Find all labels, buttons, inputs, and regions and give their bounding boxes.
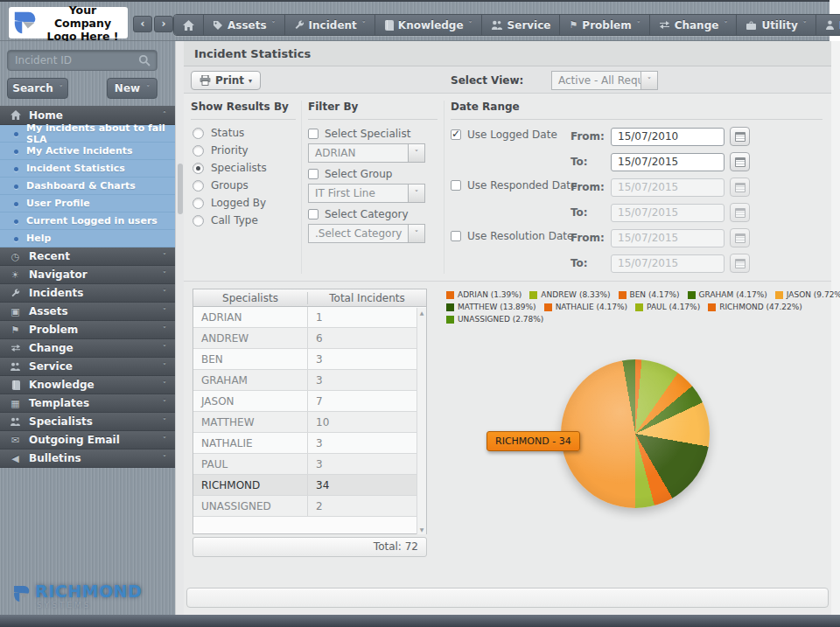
nav-change[interactable]: Change ˅ <box>650 15 738 35</box>
sidebar-item-dashboard-charts[interactable]: Dashboard & Charts <box>0 178 175 195</box>
logged-to-input[interactable] <box>611 153 724 171</box>
table-row-richmond-selected[interactable]: RICHMOND34 <box>193 475 426 496</box>
new-button[interactable]: New ˅ <box>107 78 158 99</box>
scroll-up-icon[interactable]: ▲ <box>417 310 426 316</box>
radio-call-type[interactable]: Call Type <box>192 214 258 226</box>
print-button[interactable]: Print ▾ <box>191 71 261 90</box>
logged-from-input[interactable] <box>611 128 724 146</box>
select-specialist-checkbox[interactable]: Select Specialist <box>308 128 410 140</box>
group-dropdown[interactable]: IT First Line˅ <box>308 184 425 203</box>
company-logo: Your Company Logo Here ! <box>9 7 128 38</box>
search-button[interactable]: Search ˅ <box>7 78 68 99</box>
radio-status[interactable]: Status <box>192 127 244 139</box>
calendar-button[interactable] <box>730 152 750 171</box>
radio-priority[interactable]: Priority <box>192 144 248 157</box>
calendar-button[interactable] <box>730 254 750 273</box>
sidebar-section-specialists[interactable]: Specialists ˅ <box>0 413 175 431</box>
sidebar-scrollbar-thumb[interactable] <box>178 164 183 214</box>
sidebar-section-bulletins[interactable]: ◀ Bulletins ˅ <box>0 449 175 468</box>
specialist-dropdown[interactable]: ADRIAN˅ <box>308 143 425 163</box>
table-row[interactable]: MATTHEW10 <box>193 412 426 433</box>
sidebar-section-recent[interactable]: ◷ Recent ˅ <box>0 247 175 266</box>
nav-knowledge[interactable]: Knowledge ˅ <box>375 15 482 35</box>
people-icon <box>9 417 22 426</box>
calendar-button[interactable] <box>730 127 750 146</box>
radio-logged-by[interactable]: Logged By <box>192 197 266 209</box>
nav-service[interactable]: Service <box>482 15 561 35</box>
use-resolution-date-checkbox[interactable]: Use Resolution Date <box>451 230 573 242</box>
table-row[interactable]: ANDREW6 <box>193 328 426 349</box>
chevron-down-icon: ˅ <box>163 253 166 261</box>
calendar-button[interactable] <box>730 178 750 197</box>
sidebar-section-incidents[interactable]: Incidents ˅ <box>0 284 175 303</box>
table-row[interactable]: GRAHAM3 <box>193 370 426 391</box>
chevron-down-icon: ˅ <box>163 436 166 444</box>
sidebar-section-navigator[interactable]: ☀ Navigator ˅ <box>0 266 175 284</box>
nav-problem[interactable]: ⚑ Problem ˅ <box>560 15 649 35</box>
filter-by-header: Filter By <box>308 101 438 120</box>
table-header-specialists[interactable]: Specialists <box>193 292 308 304</box>
sidebar-section-templates[interactable]: ▦ Templates ˅ <box>0 394 175 413</box>
resolution-to-input[interactable] <box>611 254 724 273</box>
legend-item: GRAHAM (4.17%) <box>688 290 767 299</box>
table-scrollbar[interactable]: ▲ ▼ <box>416 308 426 534</box>
nav-home-button[interactable] <box>174 15 204 35</box>
sidebar-item-user-profile[interactable]: User Profile <box>0 195 175 212</box>
pie-chart[interactable] <box>561 359 710 508</box>
calendar-button[interactable] <box>730 228 750 247</box>
table-row[interactable]: PAUL3 <box>193 454 426 475</box>
sidebar-section-assets[interactable]: ▣ Assets ˅ <box>0 303 175 321</box>
legend-swatch <box>446 303 454 311</box>
responded-to-input[interactable] <box>611 204 724 222</box>
back-button[interactable]: ‹ <box>133 16 152 32</box>
use-logged-date-checkbox[interactable]: Use Logged Date <box>451 129 557 141</box>
sidebar-scrollbar[interactable] <box>175 41 184 615</box>
radio-icon <box>192 215 204 226</box>
sidebar-section-problem[interactable]: ⚑ Problem ˅ <box>0 321 175 339</box>
sidebar-item-current-logged-in-users[interactable]: Current Logged in users <box>0 212 175 230</box>
select-group-checkbox[interactable]: Select Group <box>308 168 392 180</box>
select-category-checkbox[interactable]: Select Category <box>308 208 409 220</box>
chevron-down-icon: ˅ <box>163 308 166 316</box>
radio-groups[interactable]: Groups <box>192 179 248 192</box>
chevron-down-icon: ˅ <box>163 345 166 352</box>
grid-icon: ▦ <box>9 398 22 409</box>
sidebar-section-outgoing-email[interactable]: ✉ Outgoing Email ˅ <box>0 431 175 449</box>
sidebar-item-help[interactable]: Help <box>0 230 175 247</box>
chevron-down-icon: ˅ <box>163 400 166 408</box>
table-row[interactable]: UNASSIGNED2 <box>193 496 426 517</box>
sidebar-item-my-active-incidents[interactable]: My Active Incidents <box>0 143 175 160</box>
calendar-button[interactable] <box>730 203 750 222</box>
category-dropdown[interactable]: .Select Category˅ <box>308 224 425 243</box>
nav-utility[interactable]: Utility ˅ <box>737 15 816 35</box>
responded-from-input[interactable] <box>611 178 724 197</box>
resolution-to-row: To: <box>570 254 750 273</box>
view-dropdown[interactable]: Active - All Requests ˅ <box>551 71 658 90</box>
forward-button[interactable]: › <box>154 16 173 32</box>
sidebar-item-incident-statistics[interactable]: Incident Statistics <box>0 160 175 178</box>
radio-specialists[interactable]: Specialists <box>192 162 267 174</box>
table-header-total-incidents[interactable]: Total Incidents <box>308 292 426 304</box>
legend-swatch <box>775 291 783 299</box>
nav-assets[interactable]: Assets ˅ <box>204 15 285 35</box>
chevron-down-icon: ˅ <box>163 418 166 426</box>
nav-help[interactable]: Help ˅ <box>816 15 840 35</box>
table-row[interactable]: BEN3 <box>193 349 426 370</box>
resolution-from-input[interactable] <box>611 229 724 247</box>
scroll-down-icon[interactable]: ▼ <box>417 526 426 533</box>
nav-incident[interactable]: Incident ˅ <box>285 15 375 35</box>
table-row[interactable]: NATHALIE3 <box>193 433 426 454</box>
table-row[interactable]: JASON7 <box>193 391 426 412</box>
richmond-systems-logo: RICHMOND SYSTEMS <box>12 583 142 610</box>
sidebar-section-change[interactable]: Change ˅ <box>0 339 175 358</box>
table-row[interactable]: ADRIAN1 <box>193 307 426 328</box>
use-responded-date-checkbox[interactable]: Use Responded Date <box>451 179 577 192</box>
sidebar-section-knowledge[interactable]: Knowledge ˅ <box>0 376 175 394</box>
nav-incident-label: Incident <box>309 19 357 31</box>
chevron-down-icon: ▾ <box>248 77 252 85</box>
checkbox-checked-icon <box>451 129 461 140</box>
sidebar-item-my-incidents-about-to-fail-sla[interactable]: My incidents about to fail SLA <box>0 125 175 143</box>
sidebar: Search ˅ New ˅ Home ˄ My incidents about… <box>0 41 175 615</box>
incident-id-input[interactable] <box>8 54 138 66</box>
sidebar-section-service[interactable]: Service ˅ <box>0 358 175 376</box>
